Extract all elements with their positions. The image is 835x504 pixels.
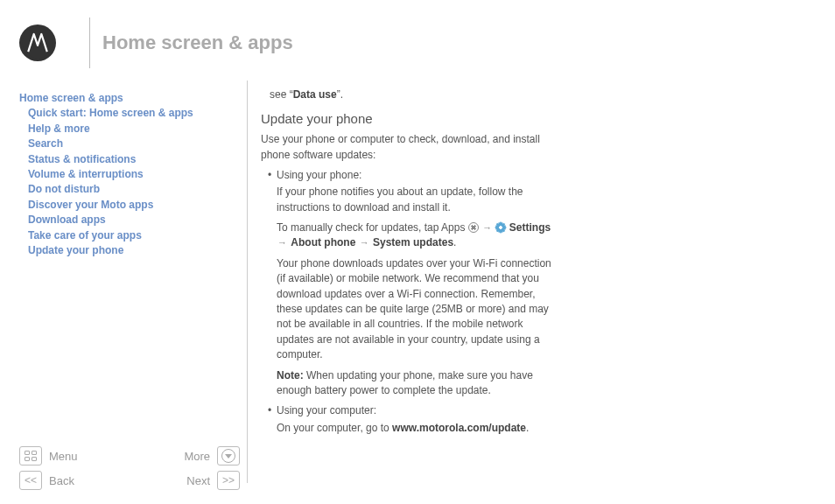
computer-post: . [526, 422, 529, 434]
computer-p1: On your computer, go to www.motorola.com… [261, 421, 558, 436]
more-dropdown-icon [217, 446, 240, 466]
more-label: More [184, 450, 210, 463]
section-heading-update: Update your phone [261, 109, 558, 129]
arrow-icon: → [277, 237, 288, 248]
nav-section-title[interactable]: Home screen & apps [19, 91, 238, 106]
nav-item-update[interactable]: Update your phone [19, 243, 238, 258]
arrow-icon: → [481, 222, 493, 233]
note-text: When updating your phone, make sure you … [277, 369, 533, 396]
settings-label: Settings [509, 221, 551, 234]
update-intro: Use your phone or computer to check, dow… [261, 132, 558, 163]
content-divider [247, 80, 248, 483]
next-chevrons-icon: >> [217, 471, 240, 490]
carryover-line: see “Data use”. [261, 88, 558, 102]
menu-label: Menu [49, 450, 78, 463]
phone-p1: If your phone notifies you about an upda… [261, 185, 558, 215]
phone-p2-pre: To manually check for updates, tap Apps [277, 221, 468, 234]
back-label: Back [49, 474, 74, 487]
nav-item-discover[interactable]: Discover your Moto apps [19, 198, 238, 213]
sidebar-nav: Home screen & apps Quick start: Home scr… [19, 91, 238, 258]
carry-post: ”. [337, 88, 343, 101]
menu-grid-icon [19, 446, 42, 466]
page-title: Home screen & apps [102, 32, 293, 54]
nav-item-takecare[interactable]: Take care of your apps [19, 228, 238, 243]
note-label: Note: [277, 369, 304, 382]
back-chevrons-icon: << [19, 471, 42, 490]
phone-p3: Your phone downloads updates over your W… [261, 256, 558, 363]
carry-bold: Data use [293, 88, 337, 101]
page-header: Home screen & apps [19, 18, 293, 68]
bullet-using-computer: Using your computer: [261, 403, 558, 418]
back-button[interactable]: << Back [19, 471, 74, 490]
apps-icon [468, 222, 479, 233]
phone-p2: To manually check for updates, tap Apps … [261, 220, 558, 251]
aboutphone-label: About phone [291, 236, 355, 248]
update-url[interactable]: www.motorola.com/update [392, 422, 526, 434]
nav-item-volume[interactable]: Volume & interruptions [19, 167, 238, 182]
motorola-logo-icon [19, 24, 56, 61]
more-button[interactable]: More [184, 446, 240, 466]
footer-nav: Menu More << Back >> Next [19, 446, 240, 495]
nav-item-help[interactable]: Help & more [19, 122, 238, 136]
header-divider [89, 18, 90, 68]
arrow-icon: → [359, 237, 370, 248]
nav-item-quickstart[interactable]: Quick start: Home screen & apps [19, 106, 238, 121]
phone-note: Note: When updating your phone, make sur… [261, 368, 558, 399]
nav-item-search[interactable]: Search [19, 136, 238, 151]
nav-item-status[interactable]: Status & notifications [19, 152, 238, 167]
menu-button[interactable]: Menu [19, 446, 78, 466]
next-label: Next [186, 474, 210, 487]
settings-gear-icon [495, 222, 506, 233]
nav-item-dnd[interactable]: Do not disturb [19, 182, 238, 197]
next-button[interactable]: >> Next [186, 471, 240, 490]
bullet-using-phone: Using your phone: [261, 168, 558, 183]
computer-pre: On your computer, go to [277, 422, 392, 434]
main-content: see “Data use”. Update your phone Use yo… [261, 88, 558, 441]
systemupdates-label: System updates [373, 236, 453, 248]
nav-item-download[interactable]: Download apps [19, 213, 238, 228]
carry-pre: see “ [270, 88, 293, 101]
